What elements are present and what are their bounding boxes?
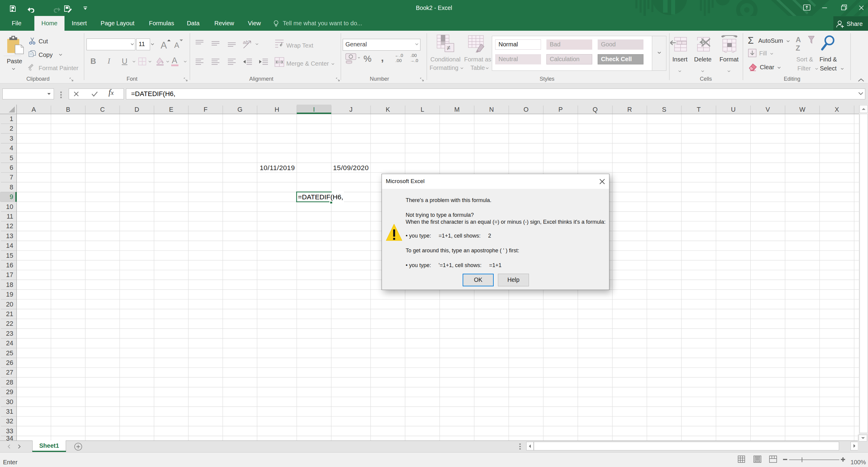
svg-text:J: J: [349, 106, 352, 113]
svg-text:R: R: [627, 106, 632, 113]
svg-text:6: 6: [10, 164, 13, 171]
svg-text:8: 8: [10, 184, 13, 191]
svg-text:G: G: [238, 106, 243, 113]
svg-text:26: 26: [6, 359, 13, 366]
svg-text:P: P: [558, 106, 563, 113]
svg-text:18: 18: [6, 281, 13, 289]
svg-text:12: 12: [6, 223, 13, 230]
svg-text:24: 24: [6, 340, 13, 347]
svg-text:23: 23: [6, 330, 13, 337]
svg-text:17: 17: [6, 271, 13, 278]
svg-text:B: B: [66, 106, 70, 113]
svg-text:A: A: [32, 106, 36, 113]
svg-text:1: 1: [10, 115, 13, 123]
svg-text:E: E: [169, 106, 173, 113]
svg-text:29: 29: [6, 389, 13, 396]
svg-text:14: 14: [6, 242, 13, 249]
svg-text:W: W: [799, 106, 806, 113]
svg-text:10: 10: [6, 203, 13, 210]
svg-text:U: U: [731, 106, 736, 113]
svg-text:K: K: [386, 106, 390, 113]
svg-text:4: 4: [10, 144, 13, 152]
svg-text:Q: Q: [592, 106, 598, 113]
svg-text:I: I: [313, 106, 315, 113]
svg-text:3: 3: [10, 135, 13, 142]
svg-text:33: 33: [6, 428, 13, 435]
svg-text:V: V: [766, 106, 770, 113]
svg-text:=DATEDIF(H6,: =DATEDIF(H6,: [298, 193, 343, 201]
svg-text:F: F: [204, 106, 207, 113]
svg-text:22: 22: [6, 320, 13, 327]
svg-text:N: N: [489, 106, 494, 113]
svg-text:9: 9: [10, 193, 13, 201]
svg-text:15/09/2020: 15/09/2020: [333, 164, 369, 172]
svg-text:M: M: [454, 106, 460, 113]
svg-text:10/11/2019: 10/11/2019: [260, 164, 295, 172]
svg-text:30: 30: [6, 398, 13, 406]
svg-text:16: 16: [6, 262, 13, 269]
svg-text:28: 28: [6, 379, 13, 386]
svg-text:2: 2: [10, 125, 13, 132]
svg-text:C: C: [100, 106, 105, 113]
svg-text:25: 25: [6, 349, 13, 357]
svg-text:19: 19: [6, 291, 13, 298]
svg-text:S: S: [662, 106, 666, 113]
svg-text:5: 5: [10, 155, 13, 162]
svg-text:20: 20: [6, 301, 13, 308]
svg-text:O: O: [524, 106, 529, 113]
svg-text:31: 31: [6, 408, 13, 415]
svg-text:11: 11: [7, 213, 13, 220]
svg-text:15: 15: [6, 252, 13, 259]
svg-text:X: X: [835, 106, 839, 113]
svg-text:7: 7: [10, 174, 13, 181]
svg-text:32: 32: [6, 418, 13, 425]
svg-text:L: L: [421, 106, 424, 113]
svg-text:T: T: [697, 106, 701, 113]
svg-text:H: H: [275, 106, 279, 113]
svg-text:13: 13: [6, 232, 13, 240]
svg-text:21: 21: [6, 310, 13, 318]
svg-text:27: 27: [6, 369, 13, 376]
svg-text:D: D: [134, 106, 139, 113]
